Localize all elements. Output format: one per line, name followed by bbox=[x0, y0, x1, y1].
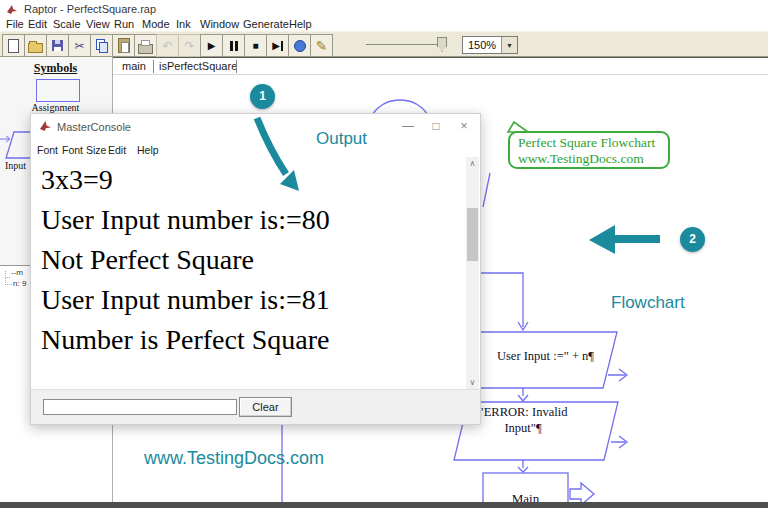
play-button[interactable]: ▶ bbox=[200, 34, 223, 57]
play-icon: ▶ bbox=[208, 41, 216, 51]
flow-output1-text: User Input :=" + n¶ bbox=[468, 349, 623, 364]
ink-pen-button[interactable]: ✎ bbox=[310, 34, 333, 57]
step-to-end-button[interactable]: ▶ bbox=[266, 34, 289, 57]
watermark-text: www.TestingDocs.com bbox=[144, 448, 324, 469]
ink-pen-icon: ✎ bbox=[316, 39, 328, 53]
menu-file[interactable]: File bbox=[6, 18, 24, 31]
step-to-end-icon: ▶ bbox=[272, 41, 283, 51]
masterconsole-window: MasterConsole — □ × Font Font Size Edit … bbox=[30, 113, 481, 425]
menu-window[interactable]: Window bbox=[200, 18, 239, 31]
bottom-scroll-strip[interactable] bbox=[0, 502, 768, 508]
print-icon bbox=[138, 44, 153, 54]
console-scrollbar[interactable]: ∧ ∨ bbox=[466, 157, 479, 389]
undo-button[interactable]: ↶ bbox=[156, 34, 179, 57]
chevron-down-icon: ▼ bbox=[506, 42, 513, 49]
flow-connector-arrow bbox=[518, 388, 528, 401]
scroll-up-icon[interactable]: ∧ bbox=[466, 159, 479, 168]
tab-separator bbox=[236, 60, 237, 73]
step-badge-2: 2 bbox=[680, 227, 705, 252]
console-line: User Input number is:=81 bbox=[41, 280, 461, 320]
copy-button[interactable] bbox=[90, 34, 113, 57]
console-menu-help[interactable]: Help bbox=[137, 144, 159, 156]
copy-icon bbox=[95, 39, 109, 53]
watch-item-n[interactable]: n: 9 bbox=[13, 279, 26, 288]
menu-ink[interactable]: Ink bbox=[176, 18, 191, 31]
flow-arrowhead bbox=[518, 322, 528, 330]
paste-button[interactable] bbox=[112, 34, 135, 57]
zoom-slider-track[interactable] bbox=[366, 44, 446, 45]
step-badge-1: 1 bbox=[250, 84, 275, 109]
console-menu-font[interactable]: Font bbox=[37, 144, 58, 156]
redo-button[interactable]: ↷ bbox=[178, 34, 201, 57]
console-input-field[interactable] bbox=[43, 399, 237, 415]
new-document-button[interactable] bbox=[2, 34, 25, 57]
comment-bubble[interactable]: Perfect Square Flowchart www.TestingDocs… bbox=[508, 131, 670, 169]
tree-branch-line bbox=[5, 277, 12, 285]
console-input-bar: Clear bbox=[31, 389, 480, 424]
raptor-console-icon bbox=[39, 119, 52, 132]
flow-connector-line bbox=[481, 273, 523, 327]
symbol-assignment-shape[interactable] bbox=[36, 79, 80, 102]
flow-hidden-shape-edge bbox=[483, 173, 490, 207]
pause-icon bbox=[230, 41, 238, 51]
open-file-button[interactable] bbox=[24, 34, 47, 57]
scrollbar-thumb[interactable] bbox=[467, 208, 478, 261]
generate-icon bbox=[294, 40, 306, 52]
flow-connector-arrow bbox=[518, 460, 528, 472]
menu-help[interactable]: Help bbox=[289, 18, 312, 31]
paste-clipboard-icon bbox=[118, 38, 130, 53]
cut-button[interactable]: ✂ bbox=[68, 34, 91, 57]
zoom-level-select[interactable]: 150% ▼ bbox=[462, 36, 518, 54]
flowchart-annotation-label: Flowchart bbox=[611, 293, 685, 313]
zoom-dropdown-button[interactable]: ▼ bbox=[501, 37, 517, 53]
symbol-assignment-label: Assignment bbox=[0, 102, 111, 113]
zoom-slider-thumb[interactable] bbox=[437, 37, 447, 52]
console-line: Not Perfect Square bbox=[41, 240, 461, 280]
app-titlebar: Raptor - PerfectSquare.rap bbox=[0, 0, 768, 18]
window-title: Raptor - PerfectSquare.rap bbox=[24, 3, 156, 15]
comment-line-1: Perfect Square Flowchart bbox=[518, 135, 655, 151]
minimize-icon[interactable]: — bbox=[399, 118, 417, 134]
redo-icon: ↷ bbox=[184, 40, 194, 52]
maximize-icon[interactable]: □ bbox=[427, 118, 445, 134]
tab-bar: main isPerfectSquare bbox=[113, 57, 768, 75]
console-output-text: 3x3=9 User Input number is:=80 Not Perfe… bbox=[41, 160, 461, 360]
close-icon[interactable]: × bbox=[455, 118, 473, 134]
flow-exit-arrow-2 bbox=[611, 436, 627, 448]
menu-mode[interactable]: Mode bbox=[142, 18, 170, 31]
print-button[interactable] bbox=[134, 34, 157, 57]
console-line: User Input number is:=80 bbox=[41, 200, 461, 240]
menu-view[interactable]: View bbox=[86, 18, 110, 31]
menu-edit[interactable]: Edit bbox=[28, 18, 47, 31]
watch-item-m[interactable]: --m bbox=[11, 268, 23, 277]
pause-button[interactable] bbox=[222, 34, 245, 57]
console-window-title: MasterConsole bbox=[57, 121, 131, 133]
menu-run[interactable]: Run bbox=[114, 18, 134, 31]
console-line: 3x3=9 bbox=[41, 160, 461, 200]
zoom-level-value: 150% bbox=[468, 39, 496, 51]
symbols-panel-title: Symbols bbox=[0, 61, 111, 76]
save-file-button[interactable] bbox=[46, 34, 69, 57]
undo-icon: ↶ bbox=[162, 40, 172, 52]
menu-scale[interactable]: Scale bbox=[53, 18, 81, 31]
console-menu-edit[interactable]: Edit bbox=[108, 144, 126, 156]
clear-button[interactable]: Clear bbox=[239, 397, 292, 417]
raptor-app-icon bbox=[6, 3, 18, 15]
tab-isperfectsquare[interactable]: isPerfectSquare bbox=[159, 60, 237, 72]
cut-scissors-icon: ✂ bbox=[74, 40, 84, 52]
menu-bar: File Edit Scale View Run Mode Ink Window… bbox=[0, 18, 768, 31]
stop-button[interactable]: ■ bbox=[244, 34, 267, 57]
console-menu-fontsize[interactable]: Font Size bbox=[62, 144, 106, 156]
tab-separator bbox=[153, 60, 154, 73]
scroll-down-icon[interactable]: ∨ bbox=[466, 378, 479, 387]
comment-line-2: www.TestingDocs.com bbox=[518, 151, 644, 167]
stop-icon: ■ bbox=[252, 41, 258, 51]
save-disk-icon bbox=[52, 40, 63, 51]
output-annotation-label: Output bbox=[316, 129, 367, 149]
tab-main[interactable]: main bbox=[122, 60, 146, 72]
annotation-arrow-2-head bbox=[589, 225, 615, 254]
generate-button[interactable] bbox=[288, 34, 311, 57]
toolbar: ✂ ↶ ↷ ▶ ■ ▶ ✎ 150% ▼ bbox=[0, 31, 768, 57]
open-folder-icon bbox=[28, 43, 43, 53]
menu-generate[interactable]: Generate bbox=[243, 18, 289, 31]
